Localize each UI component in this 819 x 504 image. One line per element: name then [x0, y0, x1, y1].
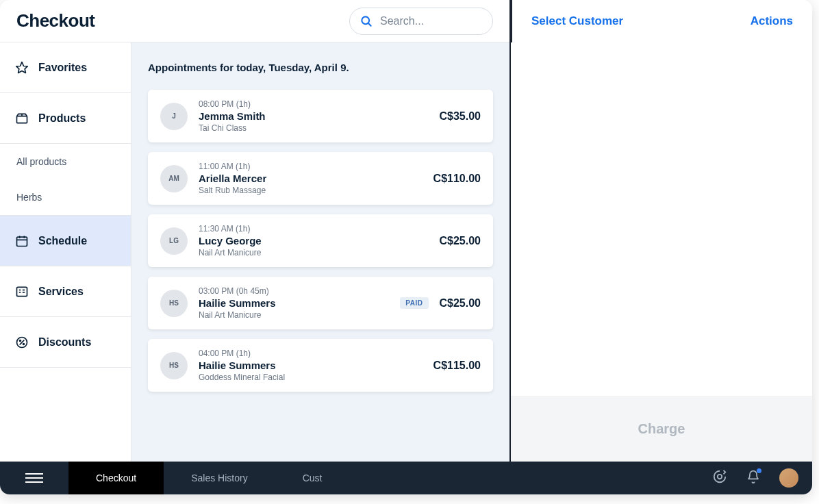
svg-point-17 — [23, 343, 25, 344]
select-customer-link[interactable]: Select Customer — [531, 14, 623, 28]
cart-body — [511, 42, 812, 396]
tab-customers[interactable]: Cust — [275, 462, 336, 494]
main-content: Appointments for today, Tuesday, April 9… — [131, 42, 511, 462]
right-header: Select Customer Actions — [511, 0, 812, 42]
appointment-time: 11:00 AM (1h) — [199, 162, 423, 171]
appointment-right: C$115.00 — [433, 360, 481, 372]
charge-button[interactable]: Charge — [638, 421, 685, 437]
avatar: LG — [160, 227, 188, 255]
appointment-service: Nail Art Manicure — [199, 310, 389, 320]
appointment-card[interactable]: LG 11:30 AM (1h) Lucy George Nail Art Ma… — [148, 214, 493, 267]
appointments-heading: Appointments for today, Tuesday, April 9… — [148, 62, 493, 73]
bottom-icons — [712, 468, 798, 488]
list-icon — [15, 285, 29, 299]
sidebar-subitem-herbs[interactable]: Herbs — [0, 179, 131, 215]
body: Favorites Products All products Herbs Sc… — [0, 42, 812, 462]
sidebar: Favorites Products All products Herbs Sc… — [0, 42, 131, 462]
header: Checkout Select Customer Actions — [0, 0, 812, 42]
appointment-price: C$115.00 — [433, 360, 481, 372]
svg-line-1 — [368, 23, 371, 25]
sidebar-subitems: All products Herbs — [0, 144, 131, 216]
app-window: Checkout Select Customer Actions Favorit… — [0, 0, 812, 494]
sidebar-item-services[interactable]: Services — [0, 266, 131, 317]
appointment-price: C$25.00 — [440, 297, 481, 310]
appointment-time: 03:00 PM (0h 45m) — [199, 286, 389, 296]
search-field[interactable] — [349, 8, 493, 35]
appointment-time: 08:00 PM (1h) — [199, 99, 429, 109]
user-avatar[interactable] — [779, 468, 798, 488]
sidebar-item-label: Services — [38, 286, 84, 298]
avatar: J — [160, 103, 188, 130]
avatar: HS — [160, 352, 188, 379]
calendar-icon — [15, 234, 29, 248]
appointment-card[interactable]: HS 04:00 PM (1h) Hailie Summers Goddess … — [148, 339, 493, 392]
appointment-info: 11:30 AM (1h) Lucy George Nail Art Manic… — [199, 224, 429, 257]
appointment-info: 03:00 PM (0h 45m) Hailie Summers Nail Ar… — [199, 286, 389, 320]
appointment-customer: Jemma Smith — [199, 110, 429, 122]
hamburger-icon — [25, 473, 43, 483]
appointment-service: Tai Chi Class — [199, 123, 429, 133]
appointment-customer: Hailie Summers — [199, 297, 389, 309]
cart-panel: Charge — [511, 42, 812, 462]
avatar: HS — [160, 290, 188, 317]
sidebar-item-products[interactable]: Products — [0, 93, 131, 144]
notifications-button[interactable] — [746, 470, 760, 486]
appointment-price: C$110.00 — [433, 173, 481, 185]
menu-button[interactable] — [0, 462, 68, 494]
appointment-list: J 08:00 PM (1h) Jemma Smith Tai Chi Clas… — [148, 90, 493, 392]
actions-link[interactable]: Actions — [751, 14, 793, 28]
sidebar-item-favorites[interactable]: Favorites — [0, 42, 131, 93]
percent-icon — [15, 336, 29, 349]
svg-rect-9 — [17, 287, 27, 296]
panel-divider — [509, 0, 511, 462]
sidebar-item-discounts[interactable]: Discounts — [0, 317, 131, 368]
appointment-time: 11:30 AM (1h) — [199, 224, 429, 234]
svg-rect-3 — [17, 116, 27, 123]
appointment-info: 04:00 PM (1h) Hailie Summers Goddess Min… — [199, 349, 423, 382]
avatar: AM — [160, 165, 188, 192]
appointment-info: 08:00 PM (1h) Jemma Smith Tai Chi Class — [199, 99, 429, 133]
appointment-card[interactable]: HS 03:00 PM (0h 45m) Hailie Summers Nail… — [148, 277, 493, 329]
appointment-right: C$25.00 — [440, 235, 481, 247]
sidebar-item-label: Products — [38, 112, 86, 125]
svg-rect-5 — [17, 237, 27, 246]
tab-sales-history[interactable]: Sales History — [164, 462, 275, 494]
tab-checkout[interactable]: Checkout — [68, 462, 164, 494]
sidebar-item-label: Discounts — [38, 336, 91, 349]
charge-section: Charge — [511, 396, 812, 462]
page-title: Checkout — [16, 10, 94, 32]
sidebar-subitem-all-products[interactable]: All products — [0, 144, 131, 179]
appointment-price: C$25.00 — [440, 235, 481, 247]
svg-point-18 — [718, 475, 722, 479]
appointment-service: Salt Rub Massage — [199, 186, 423, 195]
svg-marker-2 — [16, 62, 28, 73]
box-icon — [15, 112, 29, 125]
appointment-service: Goddess Mineral Facial — [199, 373, 423, 382]
appointment-right: C$35.00 — [440, 110, 481, 123]
search-input[interactable] — [380, 15, 483, 27]
appointment-time: 04:00 PM (1h) — [199, 349, 423, 358]
appointment-right: PAID C$25.00 — [400, 297, 481, 310]
sync-icon — [712, 469, 727, 484]
appointment-customer: Lucy George — [199, 235, 429, 247]
appointment-customer: Ariella Mercer — [199, 173, 423, 184]
star-icon — [15, 61, 29, 75]
sidebar-item-schedule[interactable]: Schedule — [0, 216, 131, 266]
sidebar-item-label: Schedule — [38, 235, 87, 247]
paid-badge: PAID — [400, 297, 428, 309]
appointment-price: C$35.00 — [440, 110, 481, 123]
appointment-service: Nail Art Manicure — [199, 248, 429, 257]
appointment-right: C$110.00 — [433, 173, 481, 185]
search-icon — [360, 14, 373, 28]
svg-point-16 — [20, 340, 21, 341]
appointment-card[interactable]: J 08:00 PM (1h) Jemma Smith Tai Chi Clas… — [148, 90, 493, 142]
appointment-card[interactable]: AM 11:00 AM (1h) Ariella Mercer Salt Rub… — [148, 152, 493, 205]
appointment-customer: Hailie Summers — [199, 360, 423, 371]
sync-button[interactable] — [712, 469, 727, 487]
bottom-bar: Checkout Sales History Cust — [0, 462, 812, 494]
sidebar-item-label: Favorites — [38, 62, 87, 74]
appointment-info: 11:00 AM (1h) Ariella Mercer Salt Rub Ma… — [199, 162, 423, 195]
notification-dot — [757, 468, 761, 473]
